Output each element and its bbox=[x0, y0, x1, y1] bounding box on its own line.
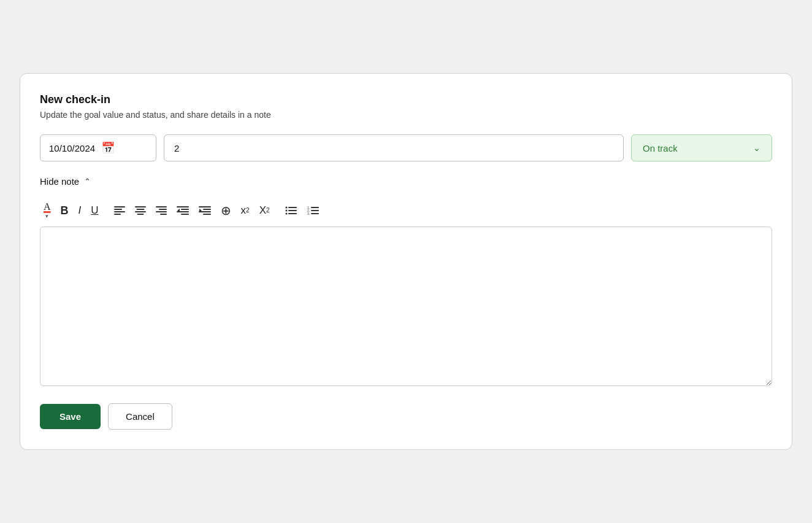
link-button[interactable]: ⊕ bbox=[217, 202, 235, 219]
unordered-list-button[interactable] bbox=[282, 203, 301, 218]
ordered-list-icon: 1. 2. 3. bbox=[307, 206, 320, 215]
svg-rect-10 bbox=[156, 211, 167, 212]
svg-point-22 bbox=[285, 206, 287, 208]
svg-text:3.: 3. bbox=[307, 212, 310, 215]
indent-decrease-button[interactable] bbox=[173, 203, 193, 218]
top-row: 10/10/2024 📅 On track ⌄ bbox=[40, 134, 772, 161]
svg-rect-33 bbox=[311, 213, 319, 214]
align-left-button[interactable] bbox=[110, 203, 129, 218]
svg-rect-4 bbox=[135, 206, 146, 207]
italic-button[interactable]: I bbox=[75, 203, 85, 218]
new-checkin-card: New check-in Update the goal value and s… bbox=[20, 73, 792, 450]
caret-up-icon: ⌃ bbox=[84, 177, 91, 186]
align-left-icon bbox=[114, 206, 125, 215]
svg-rect-1 bbox=[114, 209, 122, 210]
svg-rect-9 bbox=[159, 209, 167, 210]
subscript-button[interactable]: X2 bbox=[256, 203, 274, 218]
chevron-down-icon: ⌄ bbox=[753, 143, 760, 153]
card-title: New check-in bbox=[40, 93, 772, 106]
svg-rect-8 bbox=[156, 206, 167, 207]
save-button[interactable]: Save bbox=[40, 404, 101, 429]
date-field[interactable]: 10/10/2024 📅 bbox=[40, 134, 156, 161]
align-right-button[interactable] bbox=[152, 203, 170, 218]
svg-rect-29 bbox=[311, 207, 319, 208]
font-color-button[interactable]: A ▾ bbox=[40, 199, 55, 222]
svg-rect-0 bbox=[114, 206, 125, 207]
unordered-list-icon bbox=[285, 206, 297, 215]
align-right-icon bbox=[156, 206, 167, 215]
superscript-button[interactable]: x2 bbox=[237, 203, 253, 218]
font-color-letter: A bbox=[44, 201, 51, 212]
svg-rect-5 bbox=[136, 209, 144, 210]
svg-rect-18 bbox=[203, 209, 211, 210]
svg-rect-25 bbox=[288, 210, 297, 211]
toolbar-separator-1 bbox=[106, 204, 107, 217]
svg-point-26 bbox=[285, 212, 287, 214]
bold-button[interactable]: B bbox=[57, 203, 72, 219]
status-dropdown[interactable]: On track ⌄ bbox=[631, 134, 772, 161]
svg-rect-2 bbox=[114, 211, 125, 212]
toolbar-separator-2 bbox=[277, 204, 278, 217]
svg-point-24 bbox=[285, 209, 287, 211]
cancel-button[interactable]: Cancel bbox=[108, 403, 172, 430]
underline-button[interactable]: U bbox=[87, 203, 102, 218]
svg-rect-6 bbox=[135, 211, 146, 212]
align-center-button[interactable] bbox=[131, 203, 150, 218]
svg-rect-23 bbox=[288, 207, 297, 208]
hide-note-toggle[interactable]: Hide note ⌃ bbox=[40, 176, 772, 187]
calendar-icon: 📅 bbox=[101, 141, 115, 155]
indent-decrease-icon bbox=[177, 206, 189, 215]
svg-rect-15 bbox=[181, 214, 189, 215]
hide-note-label: Hide note bbox=[40, 176, 79, 187]
svg-rect-11 bbox=[160, 214, 167, 215]
svg-rect-3 bbox=[114, 214, 121, 215]
note-textarea[interactable] bbox=[40, 227, 772, 386]
action-row: Save Cancel bbox=[40, 403, 772, 430]
card-subtitle: Update the goal value and status, and sh… bbox=[40, 110, 772, 120]
svg-rect-7 bbox=[137, 214, 144, 215]
formatting-toolbar: A ▾ B I U bbox=[40, 199, 772, 222]
svg-rect-31 bbox=[311, 210, 319, 211]
date-value: 10/10/2024 bbox=[49, 143, 95, 153]
font-color-chevron-icon: ▾ bbox=[45, 213, 48, 219]
ordered-list-button[interactable]: 1. 2. 3. bbox=[304, 203, 323, 218]
indent-increase-icon bbox=[199, 206, 211, 215]
indent-increase-button[interactable] bbox=[195, 203, 215, 218]
align-center-icon bbox=[135, 206, 146, 215]
svg-rect-27 bbox=[288, 213, 297, 214]
svg-rect-17 bbox=[199, 206, 211, 207]
status-text: On track bbox=[643, 143, 678, 153]
svg-rect-12 bbox=[177, 206, 189, 207]
svg-rect-20 bbox=[203, 214, 211, 215]
goal-value-input[interactable] bbox=[164, 134, 624, 161]
svg-rect-13 bbox=[181, 209, 189, 210]
